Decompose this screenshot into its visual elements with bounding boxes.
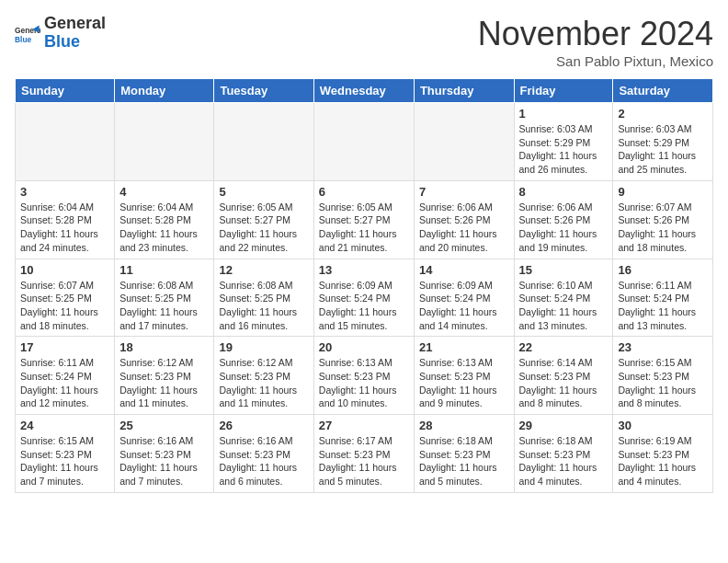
day-number: 1 (519, 107, 609, 121)
day-number: 12 (219, 263, 308, 277)
day-number: 27 (319, 419, 409, 432)
calendar-week-3: 10Sunrise: 6:07 AM Sunset: 5:25 PM Dayli… (16, 259, 713, 337)
day-number: 18 (119, 340, 209, 354)
page-header: General Blue General Blue November 2024 … (15, 15, 713, 69)
calendar-cell: 21Sunrise: 6:13 AM Sunset: 5:23 PM Dayli… (414, 337, 514, 415)
day-info: Sunrise: 6:12 AM Sunset: 5:23 PM Dayligh… (219, 356, 308, 410)
day-info: Sunrise: 6:16 AM Sunset: 5:23 PM Dayligh… (119, 434, 209, 488)
title-block: November 2024 San Pablo Pixtun, Mexico (478, 15, 713, 69)
day-number: 23 (618, 340, 708, 354)
day-number: 22 (519, 340, 609, 354)
day-info: Sunrise: 6:03 AM Sunset: 5:29 PM Dayligh… (519, 122, 609, 177)
day-info: Sunrise: 6:06 AM Sunset: 5:26 PM Dayligh… (519, 201, 609, 255)
calendar-cell: 30Sunrise: 6:19 AM Sunset: 5:23 PM Dayli… (613, 415, 713, 493)
day-number: 20 (319, 340, 409, 354)
day-number: 24 (20, 419, 109, 432)
day-number: 11 (119, 263, 209, 277)
day-info: Sunrise: 6:09 AM Sunset: 5:24 PM Dayligh… (419, 279, 509, 333)
calendar-cell: 3Sunrise: 6:04 AM Sunset: 5:28 PM Daylig… (16, 180, 115, 259)
day-number: 6 (319, 185, 409, 199)
calendar-cell: 27Sunrise: 6:17 AM Sunset: 5:23 PM Dayli… (313, 415, 414, 493)
day-info: Sunrise: 6:07 AM Sunset: 5:25 PM Dayligh… (20, 279, 109, 333)
calendar-cell: 1Sunrise: 6:03 AM Sunset: 5:29 PM Daylig… (514, 103, 613, 181)
day-number: 25 (119, 419, 209, 432)
calendar-cell: 18Sunrise: 6:12 AM Sunset: 5:23 PM Dayli… (115, 337, 214, 415)
day-number: 16 (618, 263, 708, 277)
calendar-cell: 11Sunrise: 6:08 AM Sunset: 5:25 PM Dayli… (115, 259, 214, 337)
logo-general: General (44, 15, 106, 33)
weekday-header-sunday: Sunday (16, 79, 115, 103)
weekday-header-thursday: Thursday (414, 79, 514, 103)
calendar-week-4: 17Sunrise: 6:11 AM Sunset: 5:24 PM Dayli… (16, 337, 713, 415)
calendar-cell: 28Sunrise: 6:18 AM Sunset: 5:23 PM Dayli… (414, 415, 514, 493)
weekday-header-friday: Friday (514, 79, 613, 103)
calendar-cell (16, 103, 115, 181)
day-info: Sunrise: 6:03 AM Sunset: 5:29 PM Dayligh… (618, 122, 708, 177)
calendar-cell: 15Sunrise: 6:10 AM Sunset: 5:24 PM Dayli… (514, 259, 613, 337)
calendar-cell: 17Sunrise: 6:11 AM Sunset: 5:24 PM Dayli… (16, 337, 115, 415)
day-number: 17 (20, 340, 109, 354)
calendar-cell: 6Sunrise: 6:05 AM Sunset: 5:27 PM Daylig… (313, 180, 414, 259)
day-info: Sunrise: 6:05 AM Sunset: 5:27 PM Dayligh… (219, 201, 308, 255)
month-title: November 2024 (478, 15, 713, 53)
day-info: Sunrise: 6:19 AM Sunset: 5:23 PM Dayligh… (618, 434, 708, 488)
weekday-header-tuesday: Tuesday (214, 79, 313, 103)
calendar-cell: 2Sunrise: 6:03 AM Sunset: 5:29 PM Daylig… (613, 103, 713, 181)
day-info: Sunrise: 6:13 AM Sunset: 5:23 PM Dayligh… (319, 356, 409, 410)
calendar-cell: 5Sunrise: 6:05 AM Sunset: 5:27 PM Daylig… (214, 180, 313, 259)
day-info: Sunrise: 6:12 AM Sunset: 5:23 PM Dayligh… (119, 356, 209, 410)
day-number: 8 (519, 185, 609, 199)
calendar-cell: 20Sunrise: 6:13 AM Sunset: 5:23 PM Dayli… (313, 337, 414, 415)
calendar-cell: 19Sunrise: 6:12 AM Sunset: 5:23 PM Dayli… (214, 337, 313, 415)
day-number: 19 (219, 340, 308, 354)
day-info: Sunrise: 6:07 AM Sunset: 5:26 PM Dayligh… (618, 201, 708, 255)
calendar-cell: 13Sunrise: 6:09 AM Sunset: 5:24 PM Dayli… (313, 259, 414, 337)
calendar-cell (414, 103, 514, 181)
day-number: 26 (219, 419, 308, 432)
day-info: Sunrise: 6:06 AM Sunset: 5:26 PM Dayligh… (419, 201, 509, 255)
day-number: 13 (319, 263, 409, 277)
weekday-header-row: SundayMondayTuesdayWednesdayThursdayFrid… (16, 79, 713, 103)
logo-text: General Blue (44, 15, 106, 52)
day-info: Sunrise: 6:14 AM Sunset: 5:23 PM Dayligh… (519, 356, 609, 410)
calendar-cell: 8Sunrise: 6:06 AM Sunset: 5:26 PM Daylig… (514, 180, 613, 259)
calendar-cell (313, 103, 414, 181)
logo: General Blue General Blue (15, 15, 106, 52)
day-info: Sunrise: 6:15 AM Sunset: 5:23 PM Dayligh… (618, 356, 708, 410)
day-info: Sunrise: 6:11 AM Sunset: 5:24 PM Dayligh… (20, 356, 109, 410)
day-number: 2 (618, 107, 708, 121)
calendar-week-5: 24Sunrise: 6:15 AM Sunset: 5:23 PM Dayli… (16, 415, 713, 493)
calendar-table: SundayMondayTuesdayWednesdayThursdayFrid… (15, 78, 713, 493)
day-info: Sunrise: 6:04 AM Sunset: 5:28 PM Dayligh… (119, 201, 209, 255)
weekday-header-wednesday: Wednesday (313, 79, 414, 103)
calendar-cell: 16Sunrise: 6:11 AM Sunset: 5:24 PM Dayli… (613, 259, 713, 337)
day-number: 3 (20, 185, 109, 199)
calendar-week-1: 1Sunrise: 6:03 AM Sunset: 5:29 PM Daylig… (16, 103, 713, 181)
day-info: Sunrise: 6:15 AM Sunset: 5:23 PM Dayligh… (20, 434, 109, 488)
calendar-cell: 23Sunrise: 6:15 AM Sunset: 5:23 PM Dayli… (613, 337, 713, 415)
day-info: Sunrise: 6:13 AM Sunset: 5:23 PM Dayligh… (419, 356, 509, 410)
day-number: 29 (519, 419, 609, 432)
calendar-cell: 26Sunrise: 6:16 AM Sunset: 5:23 PM Dayli… (214, 415, 313, 493)
logo-blue: Blue (44, 33, 106, 52)
day-number: 28 (419, 419, 509, 432)
weekday-header-saturday: Saturday (613, 79, 713, 103)
day-info: Sunrise: 6:17 AM Sunset: 5:23 PM Dayligh… (319, 434, 409, 488)
calendar-cell: 14Sunrise: 6:09 AM Sunset: 5:24 PM Dayli… (414, 259, 514, 337)
day-number: 30 (618, 419, 708, 432)
calendar-cell: 7Sunrise: 6:06 AM Sunset: 5:26 PM Daylig… (414, 180, 514, 259)
calendar-cell: 29Sunrise: 6:18 AM Sunset: 5:23 PM Dayli… (514, 415, 613, 493)
weekday-header-monday: Monday (115, 79, 214, 103)
calendar-cell: 12Sunrise: 6:08 AM Sunset: 5:25 PM Dayli… (214, 259, 313, 337)
day-number: 14 (419, 263, 509, 277)
day-info: Sunrise: 6:18 AM Sunset: 5:23 PM Dayligh… (419, 434, 509, 488)
calendar-cell: 24Sunrise: 6:15 AM Sunset: 5:23 PM Dayli… (16, 415, 115, 493)
location: San Pablo Pixtun, Mexico (478, 53, 713, 69)
svg-text:Blue: Blue (15, 35, 31, 44)
calendar-cell (214, 103, 313, 181)
day-number: 21 (419, 340, 509, 354)
calendar-cell: 4Sunrise: 6:04 AM Sunset: 5:28 PM Daylig… (115, 180, 214, 259)
day-info: Sunrise: 6:18 AM Sunset: 5:23 PM Dayligh… (519, 434, 609, 488)
day-info: Sunrise: 6:05 AM Sunset: 5:27 PM Dayligh… (319, 201, 409, 255)
calendar-week-2: 3Sunrise: 6:04 AM Sunset: 5:28 PM Daylig… (16, 180, 713, 259)
